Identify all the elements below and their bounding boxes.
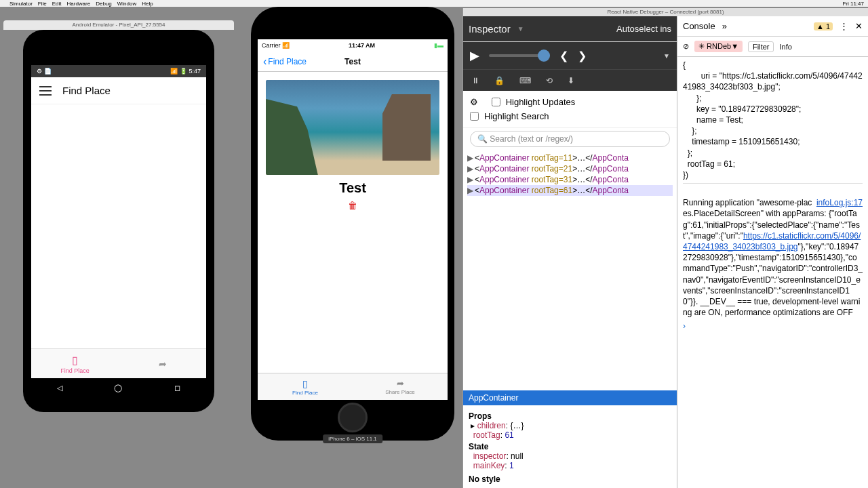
- inspector-tab-header: Inspector ▼ Autoselect ins: [463, 16, 677, 42]
- tab-find-place[interactable]: ▯ Find Place: [258, 373, 353, 400]
- menu-file[interactable]: File: [38, 1, 47, 7]
- gear-icon: ⚙ 📄: [37, 68, 52, 75]
- chevron-left-icon: ‹: [263, 56, 267, 68]
- highlight-updates-checkbox[interactable]: [492, 98, 500, 106]
- tree-row-selected[interactable]: ▶<AppContainer rootTag=61>…</AppConta: [467, 185, 673, 196]
- tab-share-place[interactable]: ➦: [119, 349, 206, 378]
- tab-find-place[interactable]: ▯ Find Place: [31, 349, 119, 378]
- inspector-panel: Inspector ▼ Autoselect ins ▶ ❮ ❯ ▼ ⏸ 🔒 ⌨…: [463, 16, 677, 488]
- chevron-down-icon[interactable]: ▼: [517, 25, 524, 33]
- console-prompt[interactable]: ›: [683, 321, 863, 331]
- ios-nav-bar: ‹ Find Place Test: [258, 52, 448, 72]
- android-app-title: Find Place: [62, 85, 111, 96]
- menubar-clock: Fri 11:47: [842, 1, 864, 7]
- ios-screen: Carrier 📶 11:47 AM ▮▬ ‹ Find Place Test …: [258, 39, 448, 400]
- level-selector[interactable]: Info: [779, 43, 791, 51]
- menu-debug[interactable]: Debug: [96, 1, 112, 7]
- tree-row[interactable]: ▶<AppContainer rootTag=31>…</AppConta: [467, 174, 673, 185]
- source-link[interactable]: infoLog.js:17: [816, 197, 863, 208]
- highlight-search-checkbox[interactable]: [470, 112, 479, 121]
- mac-menubar: Simulator File Edit Hardware Debug Windo…: [0, 0, 868, 7]
- delete-button[interactable]: 🗑: [348, 200, 357, 211]
- context-selector[interactable]: ✳ RNDeb▼: [694, 41, 743, 52]
- gear-icon[interactable]: ⚙: [470, 97, 478, 107]
- replay-slider[interactable]: [489, 54, 550, 57]
- tab-share-place[interactable]: ➦ Share Place: [353, 373, 448, 400]
- android-status-bar: ⚙ 📄 📶 🔋 5:47: [31, 65, 206, 77]
- battery-icon: ▮▬: [434, 42, 443, 49]
- place-image: [266, 80, 439, 175]
- component-tree[interactable]: ▶<AppContainer rootTag=11>…</AppConta ▶<…: [463, 150, 677, 390]
- android-status-time: 📶 🔋 5:47: [170, 68, 201, 75]
- tree-row[interactable]: ▶<AppContainer rootTag=21>…</AppConta: [467, 163, 673, 174]
- console-output[interactable]: { uri = "https://c1.staticflickr.com/5/4…: [677, 57, 868, 488]
- device-label: iPhone 6 – iOS 11.1: [323, 434, 382, 443]
- ios-device-frame: Carrier 📶 11:47 AM ▮▬ ‹ Find Place Test …: [251, 7, 454, 441]
- tab-find-place-label: Find Place: [60, 367, 90, 374]
- menu-simulator[interactable]: Simulator: [9, 1, 33, 7]
- android-device-frame: ⚙ 📄 📶 🔋 5:47 Find Place ▯ Find Place ➦ ◁: [23, 30, 214, 412]
- share-icon: ➦: [159, 359, 167, 369]
- ios-clock: 11:47 AM: [349, 42, 375, 49]
- map-icon: ▯: [302, 378, 308, 389]
- menu-edit[interactable]: Edit: [52, 1, 62, 7]
- menu-window[interactable]: Window: [117, 1, 136, 7]
- tree-row[interactable]: ▶<AppContainer rootTag=11>…</AppConta: [467, 152, 673, 163]
- ios-tab-bar: ▯ Find Place ➦ Share Place: [258, 373, 448, 400]
- sweep-icon[interactable]: ⟲: [546, 76, 553, 85]
- console-panel: Console » ▲ 1 ⋮ ✕ ⊘ ✳ RNDeb▼ Filter Info…: [677, 16, 868, 488]
- replay-toolbar: ▶ ❮ ❯ ▼: [463, 42, 677, 69]
- android-nav-bar: ◁ ◯ ◻: [31, 378, 206, 397]
- close-icon[interactable]: ✕: [855, 21, 863, 31]
- filter-input[interactable]: Filter: [748, 41, 774, 52]
- step-forward-icon[interactable]: ❯: [578, 49, 587, 62]
- inspector-options: ⚙ Highlight Updates Highlight Search: [463, 91, 677, 128]
- android-home-icon[interactable]: ◯: [114, 384, 122, 392]
- android-recent-icon[interactable]: ◻: [174, 384, 180, 392]
- download-icon[interactable]: ⬇: [568, 76, 574, 85]
- warning-badge[interactable]: ▲ 1: [814, 22, 833, 30]
- tab-label: Share Place: [385, 389, 415, 395]
- ios-status-bar: Carrier 📶 11:47 AM ▮▬: [258, 39, 448, 52]
- debugger-window: React Native Debugger – Connected (port …: [462, 8, 868, 488]
- debugger-window-title: React Native Debugger – Connected (port …: [463, 8, 868, 16]
- chevron-down-icon[interactable]: ▼: [663, 52, 670, 60]
- breadcrumb[interactable]: AppContainer: [463, 390, 677, 405]
- android-back-icon[interactable]: ◁: [57, 384, 62, 392]
- play-icon[interactable]: ▶: [470, 48, 479, 63]
- ios-nav-title: Test: [344, 57, 361, 66]
- ios-carrier: Carrier 📶: [262, 42, 290, 49]
- clear-console-icon[interactable]: ⊘: [683, 42, 689, 51]
- highlight-updates-label: Highlight Updates: [506, 97, 576, 107]
- back-button[interactable]: ‹ Find Place: [263, 56, 307, 68]
- ios-content: Test 🗑: [258, 72, 448, 373]
- android-tab-bar: ▯ Find Place ➦: [31, 348, 206, 378]
- back-label: Find Place: [268, 57, 307, 66]
- hamburger-icon[interactable]: [39, 86, 52, 96]
- android-app-bar: Find Place: [31, 77, 206, 104]
- inspector-tab[interactable]: Inspector: [469, 23, 511, 35]
- autoselect-label[interactable]: Autoselect ins: [616, 24, 671, 34]
- place-detail-title: Test: [339, 180, 366, 196]
- console-toolbar: ⊘ ✳ RNDeb▼ Filter Info: [677, 37, 868, 57]
- console-tab[interactable]: Console: [683, 21, 715, 31]
- pause-icon[interactable]: ⏸: [471, 76, 479, 85]
- lock-icon[interactable]: 🔒: [494, 76, 505, 85]
- keyboard-icon[interactable]: ⌨: [519, 76, 531, 85]
- expand-icon[interactable]: »: [722, 21, 727, 31]
- props-pane: Props ▸ children: {…} rootTag: 61 State …: [463, 405, 677, 488]
- android-content-area: [31, 104, 206, 348]
- menu-help[interactable]: Help: [142, 1, 153, 7]
- props-label: Props: [469, 411, 671, 421]
- highlight-search-label: Highlight Search: [484, 111, 549, 121]
- map-icon: ▯: [72, 354, 78, 367]
- share-icon: ➦: [397, 378, 404, 388]
- menu-hardware[interactable]: Hardware: [66, 1, 90, 7]
- console-tabs: Console » ▲ 1 ⋮ ✕: [677, 16, 868, 37]
- android-window-title: Android Emulator - Pixel_API_27:5554: [3, 20, 234, 30]
- home-button[interactable]: [338, 403, 368, 432]
- action-toolbar: ⏸ 🔒 ⌨ ⟲ ⬇: [463, 69, 677, 91]
- step-back-icon[interactable]: ❮: [559, 49, 568, 62]
- search-input[interactable]: 🔍 Search (text or /regex/): [470, 131, 670, 147]
- kebab-icon[interactable]: ⋮: [840, 21, 848, 31]
